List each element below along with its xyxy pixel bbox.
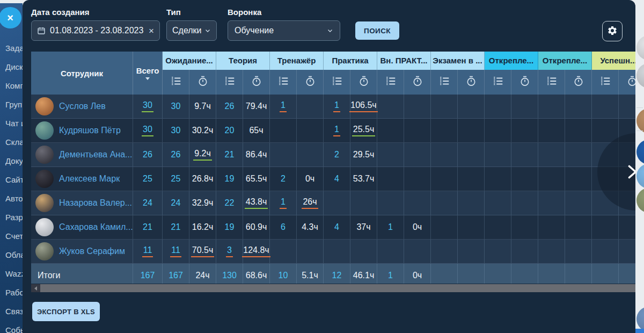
rail-avatar-globe[interactable] <box>636 307 644 331</box>
sidebar-item[interactable]: Обла <box>5 250 23 260</box>
group-header[interactable]: Открепле... <box>538 52 592 70</box>
employee-name-link[interactable]: Сахарова Камил... <box>59 222 133 232</box>
group-header[interactable]: Ожидание... <box>163 52 216 70</box>
settings-button[interactable] <box>602 21 623 41</box>
count-column-header[interactable] <box>431 70 458 95</box>
data-cell <box>592 95 619 118</box>
cell-value: 30 <box>142 100 153 112</box>
sidebar-item[interactable]: Разр <box>5 212 23 223</box>
employee-name-link[interactable]: Суслов Лев <box>59 102 106 111</box>
sidebar-item[interactable]: Авто <box>5 193 23 204</box>
cell-value: 10 <box>279 271 288 280</box>
totals-label: Итоги <box>35 271 60 280</box>
rail-button[interactable] <box>636 63 644 88</box>
time-column-header[interactable] <box>243 70 270 95</box>
data-cell: 60.9ч <box>243 215 270 239</box>
cell-value: 9.7ч <box>194 102 211 111</box>
funnel-select[interactable]: Обучение <box>228 20 340 41</box>
total-cell: 30 <box>133 95 163 118</box>
count-column-header[interactable] <box>538 70 565 95</box>
time-column-header[interactable] <box>511 70 538 95</box>
count-column-header[interactable] <box>377 70 404 95</box>
count-column-header[interactable] <box>216 70 243 95</box>
count-column-header[interactable] <box>592 70 619 95</box>
count-column-header[interactable] <box>324 70 350 95</box>
sidebar-item[interactable]: Рабо <box>5 287 23 298</box>
table-row: Алексеев Марк252526.8ч1965.5ч20ч453.7ч <box>31 167 635 191</box>
sidebar-item[interactable]: Собы <box>5 325 23 333</box>
scrollbar-thumb[interactable] <box>40 284 635 292</box>
sidebar-item[interactable]: Доку <box>5 156 23 166</box>
cell-value: 11 <box>170 245 181 257</box>
time-column-header[interactable] <box>565 70 592 95</box>
export-xls-button[interactable]: ЭКСПОРТ В XLS <box>32 302 100 321</box>
sidebar-item[interactable]: Диск <box>5 62 23 73</box>
sidebar-item[interactable]: Комп <box>5 81 23 91</box>
sidebar-item[interactable]: Скла <box>5 137 23 148</box>
sidebar-item[interactable]: Счет <box>5 231 23 242</box>
sidebar-item[interactable]: Wazz <box>5 269 23 279</box>
data-cell <box>377 119 404 142</box>
clear-date-icon[interactable]: × <box>149 26 154 35</box>
column-header-employee[interactable]: Сотрудник <box>31 52 133 95</box>
count-column-header[interactable] <box>270 70 297 95</box>
data-cell <box>538 143 565 166</box>
data-cell <box>619 215 635 239</box>
data-cell <box>538 95 565 118</box>
date-range-input[interactable]: 01.08.2023 - 23.08.2023 × <box>31 20 160 41</box>
sidebar-item[interactable]: Груп <box>5 99 23 110</box>
scroll-left-arrow[interactable] <box>31 284 40 292</box>
rail-avatar[interactable] <box>636 188 644 213</box>
employee-name-link[interactable]: Жуков Серафим <box>59 247 125 256</box>
sidebar-item[interactable]: Чат и <box>5 118 23 129</box>
employee-name-link[interactable]: Дементьева Ана... <box>59 150 132 160</box>
table-row: Назарова Валер...242432.9ч2243.8ч126ч <box>31 191 635 215</box>
time-column-header[interactable] <box>189 70 216 95</box>
group-header[interactable]: Теория <box>216 52 270 70</box>
data-cell: 25 <box>163 167 189 191</box>
time-column-header[interactable] <box>404 70 431 95</box>
column-header-total[interactable]: Всего <box>133 52 163 95</box>
employee-name-link[interactable]: Кудряшов Пётр <box>59 126 121 135</box>
time-column-header[interactable] <box>619 70 635 95</box>
data-cell: 26 <box>163 143 189 166</box>
data-cell <box>619 95 635 118</box>
rail-avatar[interactable] <box>636 140 644 164</box>
count-column-header[interactable] <box>163 70 189 95</box>
group-header[interactable]: Практика <box>324 52 377 70</box>
group-header[interactable]: Тренажёр <box>270 52 324 70</box>
total-cell: 30 <box>133 119 163 142</box>
employee-name-link[interactable]: Алексеев Марк <box>59 174 120 184</box>
avatar <box>35 170 54 188</box>
time-column-header[interactable] <box>350 70 377 95</box>
sidebar-item[interactable]: Сайт <box>5 175 23 185</box>
cell-value: 9.2ч <box>193 149 212 161</box>
time-column-header[interactable] <box>458 70 485 95</box>
cell-value: 32.9ч <box>192 198 213 208</box>
rail-avatar[interactable] <box>636 164 644 189</box>
cell-value: 26 <box>143 150 152 160</box>
rail-button[interactable] <box>636 35 644 60</box>
group-header[interactable]: Успешн... <box>592 52 635 70</box>
group-header[interactable]: Вн. ПРАКТ... <box>377 52 431 70</box>
totals-row: Итоги16716724ч13068.6ч105.1ч1246.1ч10ч <box>31 264 635 284</box>
sidebar-item[interactable]: Связ <box>5 306 23 317</box>
type-select[interactable]: Сделки <box>166 20 217 41</box>
count-column-header[interactable] <box>485 70 511 95</box>
total-cell: 167 <box>133 264 163 284</box>
cell-value: 25 <box>143 174 152 184</box>
employee-name-link[interactable]: Назарова Валер... <box>59 198 132 208</box>
table-row: Сахарова Камил...212116.2ч1960.9ч64.3ч43… <box>31 215 635 240</box>
search-button[interactable]: ПОИСК <box>355 21 399 40</box>
data-cell: 10 <box>270 264 297 284</box>
sidebar-item[interactable]: Зада <box>5 43 23 54</box>
group-column: Экзамен в ... <box>431 52 485 95</box>
horizontal-scrollbar[interactable] <box>31 284 635 292</box>
employee-cell: Суслов Лев <box>31 95 133 118</box>
group-header[interactable]: Открепле... <box>485 52 538 70</box>
group-header[interactable]: Экзамен в ... <box>431 52 485 70</box>
data-cell <box>485 167 511 191</box>
rail-avatar[interactable] <box>636 108 644 133</box>
data-cell: 86.4ч <box>243 143 270 166</box>
time-column-header[interactable] <box>297 70 324 95</box>
